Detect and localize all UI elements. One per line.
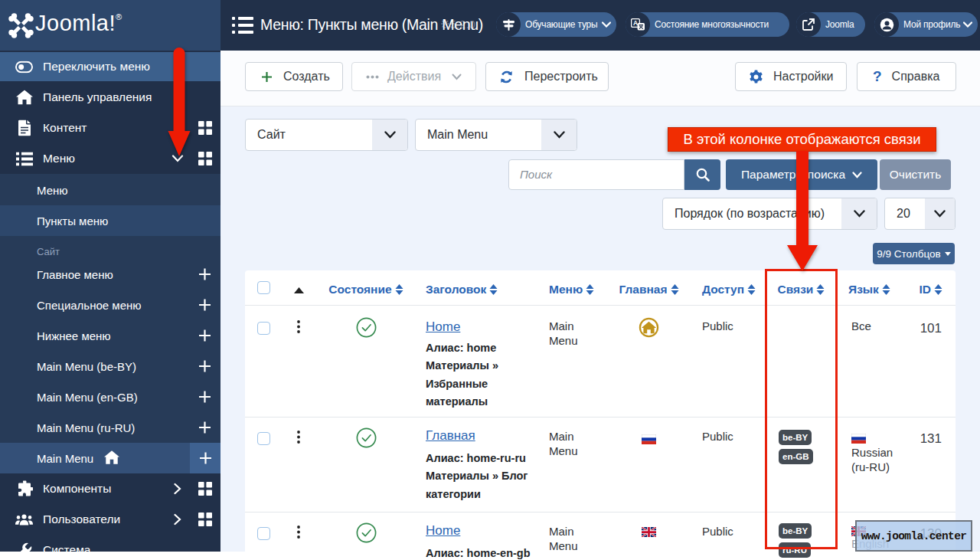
svg-text:A: A <box>633 19 638 27</box>
